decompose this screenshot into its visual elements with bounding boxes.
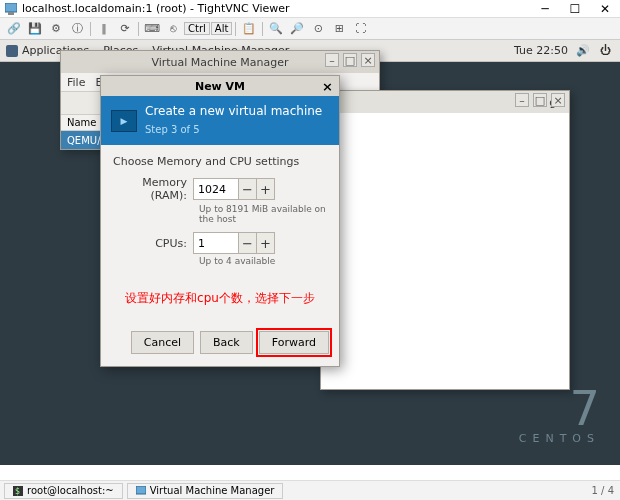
- volume-icon[interactable]: 🔊: [576, 44, 590, 58]
- memory-input[interactable]: [194, 180, 238, 199]
- info-icon[interactable]: ⓘ: [67, 20, 87, 38]
- activities-icon: [6, 45, 18, 57]
- options-icon[interactable]: ⚙: [46, 20, 66, 38]
- refresh-icon[interactable]: ⟳: [115, 20, 135, 38]
- taskbar-terminal-label: root@localhost:~: [27, 485, 114, 496]
- dialog-titlebar[interactable]: New VM ×: [101, 76, 339, 96]
- virt-manager-title: Virtual Machine Manager: [151, 56, 288, 69]
- zoom-out-icon[interactable]: 🔎: [287, 20, 307, 38]
- vmm-minimize-button[interactable]: –: [325, 53, 339, 67]
- name-column-header[interactable]: Name: [67, 117, 97, 128]
- cad-icon[interactable]: ⌨: [142, 20, 162, 38]
- zoom-100-icon[interactable]: ⊙: [308, 20, 328, 38]
- cancel-button[interactable]: Cancel: [131, 331, 194, 354]
- dialog-title-text: New VM: [195, 80, 245, 93]
- minimize-button[interactable]: ─: [530, 0, 560, 18]
- vnc-titlebar: localhost.localdomain:1 (root) - TightVN…: [0, 0, 620, 18]
- memory-row: Memory (RAM): − +: [113, 176, 327, 202]
- dialog-banner: Create a new virtual machine Step 3 of 5: [101, 96, 339, 145]
- file-menu[interactable]: File: [67, 76, 85, 89]
- zoom-in-icon[interactable]: 🔍: [266, 20, 286, 38]
- save-icon[interactable]: 💾: [25, 20, 45, 38]
- close-button[interactable]: ✕: [590, 0, 620, 18]
- virt-manager-titlebar[interactable]: Virtual Machine Manager – □ ×: [61, 51, 379, 73]
- transfer-icon[interactable]: 📋: [239, 20, 259, 38]
- zoom-auto-icon[interactable]: ⊞: [329, 20, 349, 38]
- memory-spinner: − +: [193, 178, 275, 200]
- svg-rect-5: [136, 486, 146, 494]
- cpu-increment-button[interactable]: +: [256, 233, 274, 253]
- pause-icon[interactable]: ‖: [94, 20, 114, 38]
- taskbar-task-vmm[interactable]: Virtual Machine Manager: [127, 483, 284, 499]
- banner-heading: Create a new virtual machine: [145, 104, 322, 118]
- svg-rect-1: [8, 12, 14, 15]
- svg-rect-0: [5, 3, 17, 12]
- cpu-label: CPUs:: [113, 237, 193, 250]
- vnc-window-buttons: ─ ☐ ✕: [530, 0, 620, 18]
- maximize-button[interactable]: ☐: [560, 0, 590, 18]
- sec-maximize-button[interactable]: □: [533, 93, 547, 107]
- new-vm-dialog: New VM × Create a new virtual machine St…: [100, 75, 340, 367]
- sec-close-button[interactable]: ×: [551, 93, 565, 107]
- dialog-body: Choose Memory and CPU settings Memory (R…: [101, 145, 339, 321]
- back-button[interactable]: Back: [200, 331, 253, 354]
- power-icon[interactable]: ⏻: [598, 44, 612, 58]
- ctrl-key-button[interactable]: Ctrl: [184, 22, 210, 35]
- memory-label: Memory (RAM):: [113, 176, 193, 202]
- cpu-spinner: − +: [193, 232, 275, 254]
- cpu-decrement-button[interactable]: −: [238, 233, 256, 253]
- terminal-icon: $: [13, 486, 23, 496]
- svg-rect-2: [6, 45, 18, 57]
- alt-key-button[interactable]: Alt: [211, 22, 233, 35]
- ctrl-esc-icon[interactable]: ⎋: [163, 20, 183, 38]
- cpu-input[interactable]: [194, 234, 238, 253]
- remote-desktop: Applications Places Virtual Machine Mana…: [0, 40, 620, 465]
- taskbar-vmm-label: Virtual Machine Manager: [150, 485, 275, 496]
- sec-minimize-button[interactable]: –: [515, 93, 529, 107]
- settings-heading: Choose Memory and CPU settings: [113, 155, 327, 168]
- host-taskbar: $ root@localhost:~ Virtual Machine Manag…: [0, 480, 620, 500]
- vmm-icon: [136, 486, 146, 496]
- new-connection-icon[interactable]: 🔗: [4, 20, 24, 38]
- memory-increment-button[interactable]: +: [256, 179, 274, 199]
- centos-branding: 7 CENTOS: [519, 384, 600, 445]
- vmm-close-button[interactable]: ×: [361, 53, 375, 67]
- secondary-window: ge – □ ×: [320, 90, 570, 390]
- page-indicator: 1 / 4: [592, 485, 614, 496]
- annotation-text: 设置好内存和cpu个数，选择下一步: [113, 290, 327, 307]
- vnc-title-text: localhost.localdomain:1 (root) - TightVN…: [22, 2, 290, 15]
- vm-display-icon: [111, 110, 137, 132]
- clock-text: Tue 22:50: [514, 44, 568, 57]
- centos-version: 7: [519, 384, 600, 432]
- forward-button[interactable]: Forward: [259, 331, 329, 354]
- fullscreen-icon[interactable]: ⛶: [350, 20, 370, 38]
- dialog-buttons: Cancel Back Forward: [101, 321, 339, 366]
- dialog-close-button[interactable]: ×: [322, 79, 333, 94]
- svg-text:$: $: [15, 487, 20, 496]
- vnc-toolbar: 🔗 💾 ⚙ ⓘ ‖ ⟳ ⌨ ⎋ Ctrl Alt 📋 🔍 🔎 ⊙ ⊞ ⛶: [0, 18, 620, 40]
- vmm-maximize-button[interactable]: □: [343, 53, 357, 67]
- secondary-window-titlebar[interactable]: ge – □ ×: [321, 91, 569, 113]
- cpu-row: CPUs: − +: [113, 232, 327, 254]
- memory-hint: Up to 8191 MiB available on the host: [199, 204, 327, 224]
- vnc-app-icon: [4, 2, 18, 16]
- cpu-hint: Up to 4 available: [199, 256, 327, 266]
- banner-step: Step 3 of 5: [145, 124, 200, 135]
- centos-name: CENTOS: [519, 432, 600, 445]
- memory-decrement-button[interactable]: −: [238, 179, 256, 199]
- taskbar-task-terminal[interactable]: $ root@localhost:~: [4, 483, 123, 499]
